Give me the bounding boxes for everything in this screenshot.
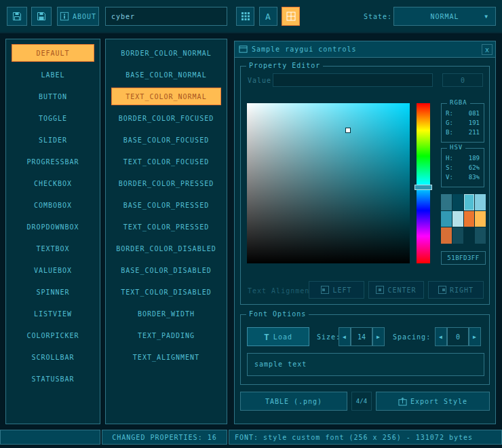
control-item-default[interactable]: DEFAULT bbox=[12, 44, 94, 62]
text-alignment-label: Text Alignment: bbox=[248, 287, 309, 295]
property-item-text-alignment[interactable]: TEXT_ALIGNMENT bbox=[111, 348, 221, 366]
value-box[interactable]: 0 bbox=[442, 73, 483, 87]
control-item-dropdownbox[interactable]: DROPDOWNBOX bbox=[12, 218, 94, 236]
hsv-group-label: HSV bbox=[447, 144, 465, 151]
property-item-border-color-focused[interactable]: BORDER_COLOR_FOCUSED bbox=[111, 109, 221, 127]
control-item-slider[interactable]: SLIDER bbox=[12, 131, 94, 149]
control-item-valuebox[interactable]: VALUEBOX bbox=[12, 261, 94, 279]
value-input[interactable] bbox=[273, 73, 433, 87]
value-label: Value: bbox=[248, 77, 276, 84]
align-right-button[interactable]: RIGHT bbox=[428, 281, 484, 299]
property-item-base-color-pressed[interactable]: BASE_COLOR_PRESSED bbox=[111, 196, 221, 214]
size-label: Size: bbox=[317, 333, 341, 341]
control-item-statusbar[interactable]: STATUSBAR bbox=[12, 370, 94, 388]
spacing-value-box[interactable]: 0 bbox=[447, 327, 469, 346]
swatch-text-pressed[interactable] bbox=[441, 227, 452, 244]
rgba-red-row: R:081 bbox=[446, 110, 480, 117]
style-color-palette bbox=[441, 194, 486, 244]
properties-list: BORDER_COLOR_NORMAL BASE_COLOR_NORMAL TE… bbox=[105, 39, 227, 424]
swatch-base-focused[interactable] bbox=[441, 211, 452, 227]
property-item-text-color-focused[interactable]: TEXT_COLOR_FOCUSED bbox=[111, 153, 221, 170]
font-options-group: Font Options T Load Size: ◀ 14 ▶ Spacing… bbox=[240, 314, 490, 385]
palette-icon bbox=[286, 12, 296, 21]
property-item-border-width[interactable]: BORDER_WIDTH bbox=[111, 305, 221, 322]
swatch-border-focused[interactable] bbox=[475, 194, 486, 210]
export-icon bbox=[398, 397, 407, 406]
swatch-border-disabled[interactable] bbox=[452, 227, 463, 244]
value-box-text: 0 bbox=[461, 77, 465, 84]
control-item-textbox[interactable]: TEXTBOX bbox=[12, 240, 94, 257]
swatch-base-pressed[interactable] bbox=[475, 211, 486, 227]
property-item-border-color-normal[interactable]: BORDER_COLOR_NORMAL bbox=[111, 44, 221, 62]
control-item-button[interactable]: BUTTON bbox=[12, 88, 94, 105]
font-options-group-label: Font Options bbox=[246, 310, 309, 318]
chevron-down-icon: ▼ bbox=[484, 14, 488, 20]
export-table-button[interactable]: TABLE (.png) bbox=[240, 392, 347, 411]
size-value-box[interactable]: 14 bbox=[351, 327, 372, 346]
about-button[interactable]: ABOUT bbox=[57, 7, 99, 26]
close-window-button[interactable]: x bbox=[482, 44, 493, 55]
control-item-colorpicker[interactable]: COLORPICKER bbox=[12, 326, 94, 344]
control-item-combobox[interactable]: COMBOBOX bbox=[12, 196, 94, 214]
property-item-base-color-normal[interactable]: BASE_COLOR_NORMAL bbox=[111, 66, 221, 83]
window-icon bbox=[239, 45, 248, 54]
property-item-base-color-disabled[interactable]: BASE_COLOR_DISABLED bbox=[111, 261, 221, 279]
control-item-scrollbar[interactable]: SCROLLBAR bbox=[12, 348, 94, 366]
about-button-label: ABOUT bbox=[73, 13, 96, 20]
property-item-text-color-pressed[interactable]: TEXT_COLOR_PRESSED bbox=[111, 218, 221, 236]
color-picker-cursor[interactable] bbox=[345, 128, 351, 133]
style-table-view-button[interactable] bbox=[236, 7, 254, 26]
swatch-text-normal[interactable] bbox=[464, 194, 475, 210]
control-item-toggle[interactable]: TOGGLE bbox=[12, 109, 94, 127]
hue-slider[interactable] bbox=[417, 103, 430, 263]
control-item-checkbox[interactable]: CHECKBOX bbox=[12, 174, 94, 192]
font-a-icon: A bbox=[265, 12, 271, 22]
sample-text-box[interactable]: sample text bbox=[247, 353, 484, 376]
hsv-group: HSV H:189 S:62% V:83% bbox=[441, 148, 484, 187]
property-item-border-color-pressed[interactable]: BORDER_COLOR_PRESSED bbox=[111, 174, 221, 192]
property-item-text-color-normal[interactable]: TEXT_COLOR_NORMAL bbox=[111, 88, 221, 105]
hex-color-field[interactable]: 51BFD3FF bbox=[441, 251, 486, 265]
floppy-save-icon bbox=[36, 11, 47, 22]
property-item-text-color-disabled[interactable]: TEXT_COLOR_DISABLED bbox=[111, 283, 221, 301]
rgba-group: RGBA R:081 G:191 B:211 bbox=[441, 103, 484, 143]
load-style-button[interactable] bbox=[7, 7, 27, 26]
control-item-progressbar[interactable]: PROGRESSBAR bbox=[12, 153, 94, 170]
control-item-listview[interactable]: LISTVIEW bbox=[12, 305, 94, 322]
state-dropdown[interactable]: NORMAL ▼ bbox=[393, 7, 496, 26]
property-item-border-color-disabled[interactable]: BORDER_COLOR_DISABLED bbox=[111, 240, 221, 257]
align-left-button[interactable]: LEFT bbox=[309, 281, 364, 299]
style-name-input[interactable] bbox=[105, 7, 227, 26]
close-icon: x bbox=[485, 46, 489, 54]
rgba-blue-row: B:211 bbox=[446, 129, 480, 136]
control-item-label[interactable]: LABEL bbox=[12, 66, 94, 83]
property-item-base-color-focused[interactable]: BASE_COLOR_FOCUSED bbox=[111, 131, 221, 149]
swatch-base-normal[interactable] bbox=[452, 194, 463, 210]
statusbar-left bbox=[0, 430, 100, 445]
arrow-right-icon: ▶ bbox=[376, 334, 381, 340]
control-item-spinner[interactable]: SPINNER bbox=[12, 283, 94, 301]
hue-slider-handle[interactable] bbox=[414, 185, 432, 190]
window-titlebar: Sample raygui controls bbox=[235, 41, 495, 58]
size-increase-button[interactable]: ▶ bbox=[372, 327, 385, 346]
save-style-button[interactable] bbox=[31, 7, 52, 26]
property-item-text-padding[interactable]: TEXT_PADDING bbox=[111, 326, 221, 344]
export-style-button[interactable]: Export Style bbox=[376, 392, 490, 411]
color-palette-view-button[interactable] bbox=[282, 7, 300, 26]
swatch-text-disabled[interactable] bbox=[475, 227, 486, 244]
swatch-border-pressed[interactable] bbox=[464, 211, 475, 227]
hsv-value-row: V:83% bbox=[446, 174, 480, 181]
font-t-icon: T bbox=[264, 332, 270, 342]
swatch-base-disabled[interactable] bbox=[464, 227, 475, 244]
hsv-saturation-row: S:62% bbox=[446, 164, 480, 171]
spacing-increase-button[interactable]: ▶ bbox=[469, 327, 481, 346]
property-editor-group-label: Property Editor bbox=[246, 62, 323, 69]
color-picker-panel[interactable] bbox=[247, 103, 410, 263]
size-decrease-button[interactable]: ◀ bbox=[339, 327, 351, 346]
font-view-button[interactable]: A bbox=[259, 7, 277, 26]
load-font-button[interactable]: T Load bbox=[247, 327, 309, 346]
spacing-decrease-button[interactable]: ◀ bbox=[435, 327, 447, 346]
align-center-button[interactable]: CENTER bbox=[368, 281, 424, 299]
swatch-text-focused[interactable] bbox=[452, 211, 463, 227]
swatch-border-normal[interactable] bbox=[441, 194, 452, 210]
